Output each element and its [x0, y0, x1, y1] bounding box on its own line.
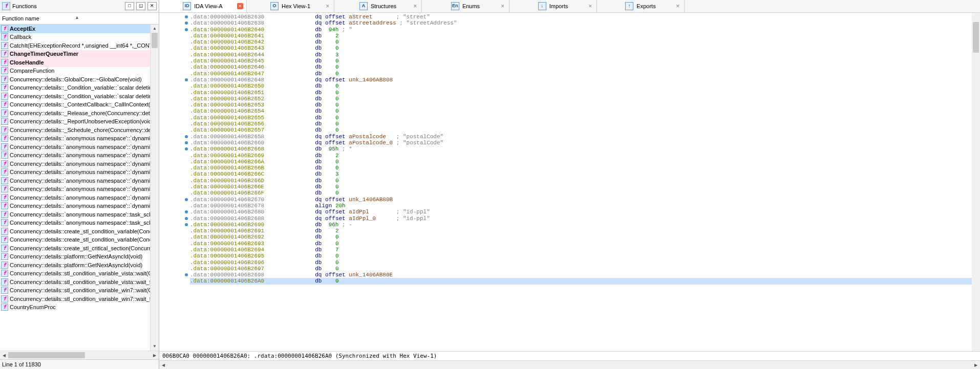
function-row[interactable]: fConcurrency::details::`anonymous namesp… — [0, 143, 150, 151]
functions-list[interactable]: fAcceptExfCallbackfCatchIt(EHExceptionRe… — [0, 25, 150, 351]
function-row[interactable]: fConcurrency::details::`anonymous namesp… — [0, 185, 150, 194]
breakpoint-dot-icon[interactable] — [185, 198, 188, 201]
xref[interactable]: unk_1406AB808 — [349, 77, 393, 83]
disassembly-line[interactable]: .data:00000001406B2658 dq offset aPostal… — [190, 134, 972, 140]
function-row[interactable]: fConcurrency::details::_ReportUnobserved… — [0, 118, 150, 126]
function-row[interactable]: fConcurrency::details::`anonymous namesp… — [0, 202, 150, 211]
disassembly-line[interactable]: .data:00000001406B2657 db 0 — [190, 127, 972, 133]
disassembly-line[interactable]: .data:00000001406B2655 db 0 — [190, 115, 972, 121]
disassembly-view[interactable]: .data:00000001406B2630 dq offset aStreet… — [190, 13, 972, 351]
xref[interactable]: unk_1406AB80B — [349, 197, 393, 203]
function-row[interactable]: fCompareFunction — [0, 67, 150, 76]
disassembly-horizontal-scrollbar[interactable]: ◀ ▶ — [159, 360, 980, 369]
scroll-left-icon[interactable]: ◀ — [0, 353, 8, 358]
disassembly-line[interactable]: .data:00000001406B2696 db 0 — [190, 259, 972, 266]
function-row[interactable]: fConcurrency::details::`anonymous namesp… — [0, 135, 150, 143]
disassembly-line[interactable]: .data:00000001406B266E db 0 — [190, 184, 972, 190]
disassembly-line[interactable]: .data:00000001406B2646 db 0 — [190, 64, 972, 70]
scroll-right-icon[interactable]: ▶ — [972, 363, 980, 367]
function-row[interactable]: fConcurrency::details::platform::GetNext… — [0, 261, 150, 270]
function-row[interactable]: fChangeTimerQueueTimer — [0, 50, 150, 59]
disassembly-line[interactable]: .data:00000001406B266B db 0 — [190, 165, 972, 171]
function-row[interactable]: fConcurrency::details::_Condition_variab… — [0, 92, 150, 101]
scroll-down-icon[interactable]: ▼ — [151, 342, 159, 351]
function-row[interactable]: fConcurrency::details::`anonymous namesp… — [0, 210, 150, 219]
tab-ida-view-a[interactable]: IDIDA View-A✕ — [159, 0, 247, 12]
function-row[interactable]: fConcurrency::details::`anonymous namesp… — [0, 177, 150, 185]
disassembly-line[interactable]: .data:00000001406B2630 dq offset aStreet… — [190, 14, 972, 20]
function-row[interactable]: fCatchIt(EHExceptionRecord *,unsigned __… — [0, 41, 150, 50]
disassembly-line[interactable]: .data:00000001406B266C db 3 — [190, 171, 972, 177]
disassembly-line[interactable]: .data:00000001406B2691 db 2 — [190, 228, 972, 234]
xref[interactable]: aIdPpl — [349, 209, 369, 215]
disassembly-line[interactable]: .data:00000001406B2688 dq offset aIdPpl_… — [190, 215, 972, 222]
breakpoint-dot-icon[interactable] — [185, 78, 188, 81]
disassembly-line[interactable]: .data:00000001406B2697 db 0 — [190, 266, 972, 272]
disassembly-line[interactable]: .data:00000001406B2690 db 96h ; - — [190, 222, 972, 228]
functions-column-header[interactable]: Function name ▲ — [0, 13, 159, 25]
disassembly-line[interactable]: .data:00000001406B2654 db 0 — [190, 108, 972, 114]
breakpoint-dot-icon[interactable] — [185, 210, 188, 213]
function-row[interactable]: fCallback — [0, 33, 150, 42]
disassembly-line[interactable]: .data:00000001406B2695 db 0 — [190, 253, 972, 259]
disassembly-line[interactable]: .data:00000001406B2652 db 0 — [190, 96, 972, 102]
disassembly-line[interactable]: .data:00000001406B2656 db 0 — [190, 121, 972, 127]
function-row[interactable]: fConcurrency::details::stl_condition_var… — [0, 278, 150, 287]
breakpoint-dot-icon[interactable] — [185, 273, 188, 276]
disassembly-line[interactable]: .data:00000001406B2640 db 94h ; " — [190, 27, 972, 33]
breakpoint-dot-icon[interactable] — [185, 147, 188, 150]
scroll-left-icon[interactable]: ◀ — [159, 363, 167, 367]
function-row[interactable]: fConcurrency::details::platform::GetNext… — [0, 253, 150, 262]
panel-maximize-button[interactable]: □ — [125, 2, 134, 10]
disassembly-line[interactable]: .data:00000001406B2680 dq offset aIdPpl … — [190, 209, 972, 215]
disassembly-line[interactable]: .data:00000001406B2693 db 0 — [190, 241, 972, 247]
scroll-thumb[interactable] — [152, 33, 158, 48]
scroll-right-icon[interactable]: ▶ — [151, 353, 159, 358]
disassembly-line[interactable]: .data:00000001406B2644 db 3 — [190, 52, 972, 58]
function-row[interactable]: fConcurrency::details::create_stl_critic… — [0, 244, 150, 253]
disassembly-line[interactable]: .data:00000001406B2678 align 20h — [190, 203, 972, 209]
tab-structures[interactable]: AStructures✕ — [334, 0, 422, 12]
function-row[interactable]: fCountryEnumProc — [0, 303, 150, 312]
disassembly-line[interactable]: .data:00000001406B2643 db 0 — [190, 45, 972, 51]
function-row[interactable]: fConcurrency::details::GlobalCore::~Glob… — [0, 75, 150, 84]
tab-close-icon[interactable]: ✕ — [500, 3, 506, 9]
tab-close-icon[interactable]: ✕ — [237, 3, 243, 9]
disassembly-line[interactable]: .data:00000001406B26A0 db 0 — [190, 278, 972, 284]
tab-enums[interactable]: EnEnums✕ — [422, 0, 509, 12]
disassembly-vertical-scrollbar[interactable] — [972, 13, 980, 351]
breakpoint-dot-icon[interactable] — [185, 15, 188, 18]
function-row[interactable]: fConcurrency::details::stl_condition_var… — [0, 287, 150, 295]
disassembly-line[interactable]: .data:00000001406B2650 db 0 — [190, 83, 972, 89]
tab-close-icon[interactable]: ✕ — [675, 3, 681, 9]
function-row[interactable]: fConcurrency::details::stl_condition_var… — [0, 270, 150, 278]
xref[interactable]: aStreetaddress — [349, 20, 396, 26]
functions-horizontal-scrollbar[interactable]: ◀ ▶ — [0, 351, 159, 359]
tab-close-icon[interactable]: ✕ — [325, 3, 331, 9]
xref[interactable]: aIdPpl_0 — [349, 215, 376, 222]
breakpoint-dot-icon[interactable] — [185, 141, 188, 144]
disassembly-line[interactable]: .data:00000001406B2668 db 95h ; * — [190, 146, 972, 152]
breakpoint-dot-icon[interactable] — [185, 28, 188, 31]
scroll-thumb[interactable] — [973, 22, 979, 53]
function-row[interactable]: fConcurrency::details::`anonymous namesp… — [0, 160, 150, 168]
function-row[interactable]: fConcurrency::details::`anonymous namesp… — [0, 219, 150, 228]
disassembly-line[interactable]: .data:00000001406B2698 dq offset unk_140… — [190, 272, 972, 278]
tab-hex-view-1[interactable]: OHex View-1✕ — [247, 0, 334, 12]
disassembly-line[interactable]: .data:00000001406B2642 db 0 — [190, 39, 972, 45]
function-row[interactable]: fConcurrency::details::_Condition_variab… — [0, 84, 150, 93]
disassembly-line[interactable]: .data:00000001406B2648 dq offset unk_140… — [190, 77, 972, 83]
xref[interactable]: aPostalcode — [349, 134, 386, 140]
tab-close-icon[interactable]: ✕ — [412, 3, 418, 9]
function-row[interactable]: fConcurrency::details::create_stl_condit… — [0, 227, 150, 236]
disassembly-line[interactable]: .data:00000001406B2694 db 7 — [190, 247, 972, 253]
scroll-up-icon[interactable]: ▲ — [151, 25, 159, 33]
xref[interactable]: aPostalcode_0 — [349, 140, 393, 146]
function-row[interactable]: fAcceptEx — [0, 25, 150, 33]
xref[interactable]: aStreet — [349, 14, 372, 20]
scroll-thumb[interactable] — [8, 352, 85, 358]
function-row[interactable]: fConcurrency::details::_ContextCallback:… — [0, 101, 150, 110]
disassembly-line[interactable]: .data:00000001406B2647 db 0 — [190, 71, 972, 77]
function-row[interactable]: fConcurrency::details::`anonymous namesp… — [0, 151, 150, 160]
function-row[interactable]: fCloseHandle — [0, 58, 150, 67]
